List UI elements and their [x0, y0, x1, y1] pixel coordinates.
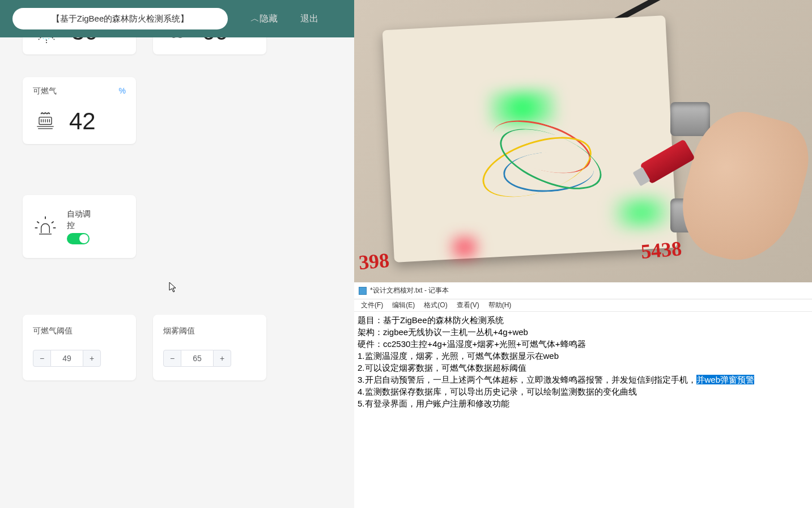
smoke-decrement-button[interactable]: − — [163, 350, 181, 367]
breadboard-shape — [382, 15, 678, 263]
smoke-increment-button[interactable]: + — [213, 350, 231, 367]
gas-decrement-button[interactable]: − — [33, 350, 51, 367]
notepad-menubar: 文件(F) 编辑(E) 格式(O) 查看(V) 帮助(H) — [354, 299, 812, 312]
text-line: 1.监测温湿度，烟雾，光照，可燃气体数据显示在web — [358, 351, 559, 361]
dashboard-panel: 【基于ZigBee的森林防火检测系统】 ︿ 隐藏 退出 30 — [0, 0, 354, 508]
sensor-cylinder-icon — [670, 102, 710, 136]
notepad-window: *设计文档核对.txt - 记事本 文件(F) 编辑(E) 格式(O) 查看(V… — [354, 282, 812, 508]
auto-control-label: 自动调控 — [67, 209, 94, 231]
light-card: 30 — [23, 37, 136, 54]
board-marker-2: 398 — [358, 248, 390, 275]
heat-sensor-icon — [33, 109, 58, 134]
gas-threshold-label: 可燃气阈值 — [33, 326, 126, 336]
right-panel: 5438 398 *设计文档核对.txt - 记事本 文件(F) 编辑(E) 格… — [354, 0, 812, 508]
smoke-card: 60 — [153, 37, 266, 54]
sun-icon — [33, 37, 60, 45]
camera-feed: 5438 398 — [354, 0, 812, 282]
text-line: 硬件：cc2530主控+4g+温湿度+烟雾+光照+可燃气体+蜂鸣器 — [358, 339, 586, 349]
gas-threshold-stepper: − + — [33, 350, 126, 367]
smoke-threshold-input[interactable] — [181, 350, 213, 367]
gas-threshold-input[interactable] — [51, 350, 83, 367]
exit-button[interactable]: 退出 — [300, 13, 318, 25]
chevron-up-icon: ︿ — [250, 13, 260, 25]
board-marker-1: 5438 — [640, 236, 682, 264]
smoke-threshold-card: 烟雾阈值 − + — [153, 315, 266, 380]
gas-unit: % — [119, 86, 126, 96]
gas-title: 可燃气 — [33, 86, 57, 96]
selected-text: 并web弹窗预警 — [696, 375, 755, 384]
app-title: 【基于ZigBee的森林防火检测系统】 — [12, 8, 228, 29]
smoke-threshold-label: 烟雾阈值 — [163, 326, 256, 336]
hide-label: 隐藏 — [260, 13, 278, 25]
text-line: 架构：zigbee无线协议一主机一丛机+4g+web — [358, 327, 528, 337]
text-line: 5.有登录界面，用户账户注册和修改功能 — [358, 399, 509, 408]
text-line: 2.可以设定烟雾数据，可燃气体数据超标阈值 — [358, 363, 526, 372]
svg-point-1 — [39, 37, 54, 39]
light-value: 30 — [71, 37, 98, 45]
text-line: 题目：基于ZigBee的森林防火检测系统 — [358, 315, 504, 325]
header-bar: 【基于ZigBee的森林防火检测系统】 ︿ 隐藏 退出 — [0, 0, 354, 37]
scroll-area[interactable]: 30 60 可燃气 % — [0, 37, 354, 508]
cloud-icon — [163, 37, 190, 45]
text-line: 3.开启自动预警后，一旦上述两个气体超标，立即激发蜂鸣器报警，并发短信到指定手机… — [358, 375, 696, 384]
notepad-icon — [359, 287, 367, 295]
menu-view[interactable]: 查看(V) — [452, 300, 484, 310]
alarm-icon — [33, 214, 58, 239]
notepad-title-text: *设计文档核对.txt - 记事本 — [370, 286, 449, 295]
smoke-threshold-stepper: − + — [163, 350, 256, 367]
hide-button[interactable]: ︿ 隐藏 — [250, 13, 278, 25]
smoke-value: 60 — [202, 37, 228, 45]
menu-file[interactable]: 文件(F) — [356, 300, 388, 310]
menu-help[interactable]: 帮助(H) — [484, 300, 516, 310]
auto-control-toggle[interactable] — [67, 233, 90, 244]
notepad-content[interactable]: 题目：基于ZigBee的森林防火检测系统 架构：zigbee无线协议一主机一丛机… — [354, 312, 812, 508]
gas-card: 可燃气 % 42 — [23, 77, 136, 144]
auto-control-card: 自动调控 — [23, 195, 136, 258]
gas-increment-button[interactable]: + — [83, 350, 101, 367]
menu-format[interactable]: 格式(O) — [419, 300, 452, 310]
gas-value: 42 — [69, 108, 96, 135]
gas-threshold-card: 可燃气阈值 − + — [23, 315, 136, 380]
text-line: 4.监测数据保存数据库，可以导出历史记录，可以绘制监测数据的变化曲线 — [358, 387, 637, 396]
menu-edit[interactable]: 编辑(E) — [388, 300, 419, 310]
notepad-titlebar[interactable]: *设计文档核对.txt - 记事本 — [354, 282, 812, 299]
